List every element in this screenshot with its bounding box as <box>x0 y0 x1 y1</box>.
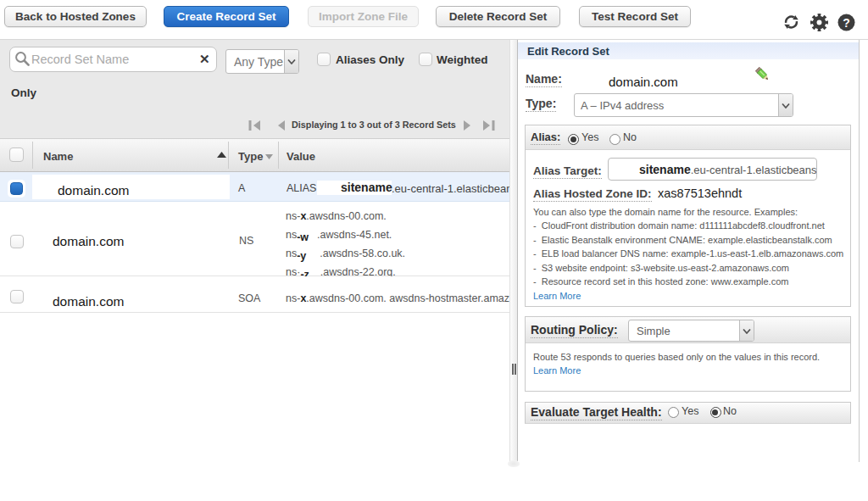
svg-text:?: ? <box>843 16 850 30</box>
